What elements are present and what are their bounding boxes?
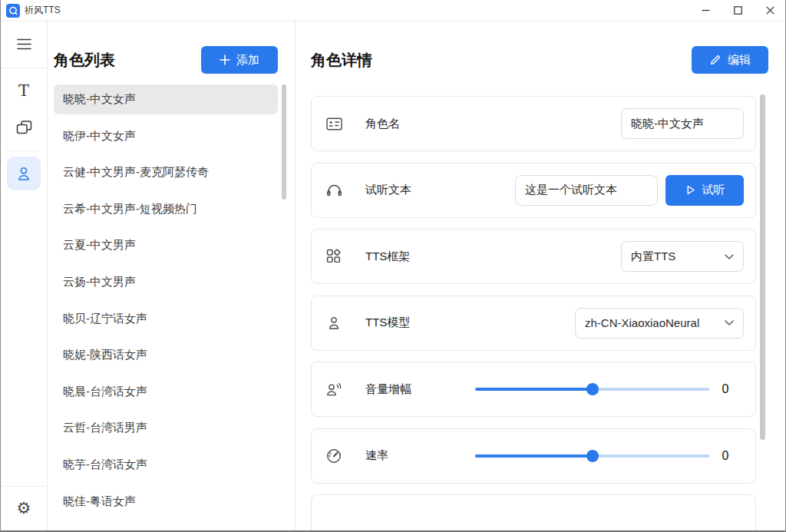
role-list-item[interactable]: 晓佳-粤语女声 — [54, 487, 278, 517]
play-icon — [685, 184, 696, 196]
detail-card-preview-text: 试听文本 这是一个试听文本 试听 — [311, 163, 756, 218]
sidebar-divider — [0, 68, 46, 68]
sidebar-item-roles[interactable] — [7, 157, 41, 190]
role-list-item[interactable]: 晓晨-台湾话女声 — [54, 377, 278, 407]
hamburger-icon — [17, 38, 31, 50]
role-item-label: 晓晨-台湾话女声 — [63, 385, 147, 399]
role-item-label: 晓妮-陕西话女声 — [63, 348, 147, 362]
minimize-button[interactable] — [689, 0, 722, 21]
role-item-label: 晓贝-辽宁话女声 — [63, 312, 147, 326]
role-item-label: 晓伊-中文女声 — [63, 129, 136, 144]
role-list-item[interactable]: 云扬-中文男声 — [54, 267, 278, 297]
field-label: 角色名 — [365, 117, 400, 131]
role-list-item[interactable]: 云希-中文男声-短视频热门 — [54, 194, 278, 224]
field-label: TTS框架 — [365, 249, 410, 264]
sidebar-divider — [0, 486, 46, 487]
role-list-item[interactable]: 晓伊-中文女声 — [54, 121, 278, 151]
detail-card-role-name: 角色名 晓晓-中文女声 — [311, 96, 756, 151]
role-list-item[interactable]: 云哲-台湾话男声 — [54, 413, 278, 443]
menu-button[interactable] — [11, 31, 37, 57]
role-item-label: 云希-中文男声-短视频热门 — [63, 202, 197, 216]
chevron-down-icon — [725, 320, 734, 325]
role-item-label: 云健-中文男声-麦克阿瑟传奇 — [63, 165, 209, 180]
volume-gain-slider[interactable] — [475, 388, 709, 391]
volume-gain-value: 0 — [717, 382, 734, 396]
gear-icon: ⚙ — [17, 500, 31, 516]
role-list-scrollbar[interactable] — [282, 84, 286, 200]
rate-value: 0 — [717, 449, 734, 463]
detail-card-rate: 速率 0 — [311, 428, 756, 484]
slider-fill — [475, 388, 593, 391]
sidebar-item-text[interactable]: T — [11, 78, 37, 104]
chat-icon — [15, 120, 33, 136]
role-list-item[interactable]: 云健-中文男声-麦克阿瑟传奇 — [54, 157, 278, 187]
close-button[interactable] — [754, 0, 786, 21]
field-label: 试听文本 — [365, 183, 411, 197]
role-list-panel: 角色列表 添加 晓晓-中文女声 晓伊-中文女声 云健-中文男声-麦克阿瑟传奇 云… — [48, 21, 296, 532]
edit-button[interactable]: 编辑 — [692, 46, 768, 74]
id-card-icon — [325, 117, 342, 131]
tts-framework-select[interactable]: 内置TTS — [621, 241, 744, 272]
detail-card-volume-gain: 音量增幅 0 — [311, 362, 756, 417]
window-title: 祈风TTS — [25, 4, 61, 17]
person-icon — [325, 316, 342, 330]
person-icon — [16, 167, 31, 181]
role-item-label: 晓芋-台湾话女声 — [63, 458, 147, 472]
field-label: 速率 — [365, 448, 388, 463]
sidebar-item-chat[interactable] — [11, 114, 37, 140]
detail-scrollbar[interactable] — [760, 94, 765, 440]
role-list-item[interactable]: 云夏-中文男声 — [54, 230, 278, 260]
role-list-item[interactable]: 晓贝-辽宁话女声 — [54, 304, 278, 334]
role-name-input[interactable]: 晓晓-中文女声 — [621, 108, 744, 139]
chevron-down-icon — [725, 254, 734, 259]
add-role-button[interactable]: 添加 — [201, 46, 278, 74]
plus-icon — [220, 55, 230, 65]
app-logo-icon — [6, 4, 20, 18]
field-label: TTS模型 — [365, 316, 410, 330]
detail-card-tts-model: TTS模型 zh-CN-XiaoxiaoNeural — [311, 296, 756, 351]
sidebar-item-settings[interactable]: ⚙ — [11, 494, 37, 520]
role-item-label: 云夏-中文男声 — [63, 238, 136, 253]
role-item-label: 晓佳-粤语女声 — [63, 494, 136, 509]
slider-thumb[interactable] — [586, 450, 599, 462]
role-list: 晓晓-中文女声 晓伊-中文女声 云健-中文男声-麦克阿瑟传奇 云希-中文男声-短… — [54, 84, 278, 523]
tts-model-select[interactable]: zh-CN-XiaoxiaoNeural — [575, 308, 744, 339]
role-item-label: 云哲-台湾话男声 — [63, 421, 147, 435]
role-detail-title: 角色详情 — [311, 49, 372, 71]
listen-button[interactable]: 试听 — [665, 175, 744, 206]
headphones-icon — [325, 183, 342, 197]
role-list-item[interactable]: 晓晓-中文女声 — [54, 84, 278, 114]
frame-icon — [325, 249, 342, 264]
titlebar: 祈风TTS — [0, 0, 786, 21]
rate-slider[interactable] — [475, 454, 709, 458]
role-item-label: 云扬-中文男声 — [63, 275, 136, 289]
maximize-button[interactable] — [722, 0, 754, 21]
slider-fill — [475, 454, 593, 458]
icon-sidebar: T ⚙ — [0, 21, 48, 532]
gauge-icon — [325, 448, 342, 464]
role-detail-panel: 角色详情 编辑 角色名 晓晓-中文女声 — [296, 21, 786, 532]
slider-thumb[interactable] — [586, 383, 599, 395]
role-list-item[interactable]: 晓妮-陕西话女声 — [54, 340, 278, 370]
role-list-title: 角色列表 — [54, 49, 115, 71]
field-label: 音量增幅 — [365, 382, 411, 397]
preview-text-input[interactable]: 这是一个试听文本 — [515, 175, 658, 206]
role-item-label: 晓晓-中文女声 — [63, 92, 136, 107]
voice-icon — [325, 382, 342, 397]
text-tool-icon: T — [18, 83, 29, 99]
detail-card-partial — [311, 494, 756, 532]
sidebar-divider — [6, 150, 40, 151]
detail-card-tts-framework: TTS框架 内置TTS — [311, 229, 756, 284]
pencil-icon — [709, 54, 722, 66]
role-list-item[interactable]: 晓芋-台湾话女声 — [54, 450, 278, 480]
